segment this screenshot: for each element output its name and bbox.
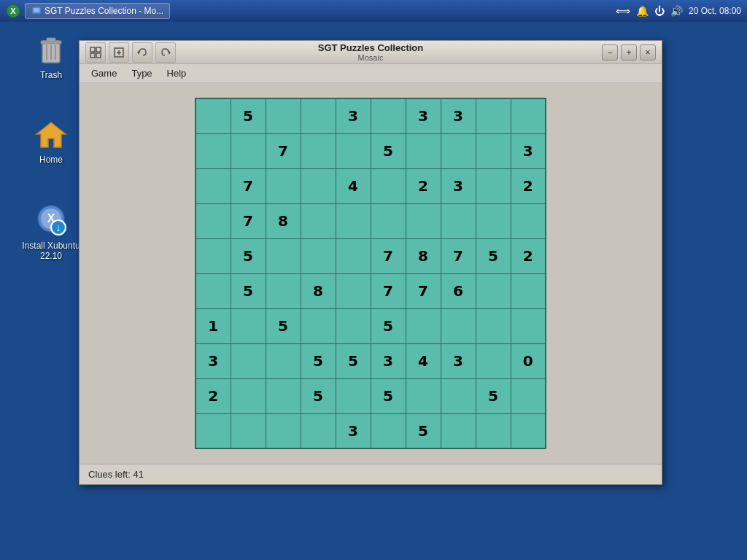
grid-cell[interactable]	[511, 98, 546, 133]
menu-game[interactable]: Game	[85, 66, 123, 81]
grid-cell[interactable]: 5	[266, 308, 301, 343]
power-icon[interactable]: ⏻	[654, 5, 665, 17]
maximize-button[interactable]: +	[621, 44, 637, 61]
grid-cell[interactable]: 5	[301, 343, 336, 378]
grid-cell[interactable]	[266, 168, 301, 203]
grid-cell[interactable]: 0	[511, 343, 546, 378]
grid-cell[interactable]: 7	[266, 133, 301, 168]
grid-cell[interactable]	[336, 308, 371, 343]
grid-cell[interactable]	[231, 308, 266, 343]
grid-cell[interactable]	[196, 413, 231, 448]
grid-cell[interactable]	[441, 413, 476, 448]
grid-cell[interactable]	[301, 413, 336, 448]
grid-cell[interactable]	[266, 238, 301, 273]
grid-cell[interactable]: 7	[231, 203, 266, 238]
grid-cell[interactable]	[231, 133, 266, 168]
grid-cell[interactable]	[476, 98, 511, 133]
grid-cell[interactable]	[231, 378, 266, 413]
grid-cell[interactable]: 3	[371, 343, 406, 378]
grid-cell[interactable]	[301, 168, 336, 203]
grid-cell[interactable]: 3	[441, 343, 476, 378]
grid-cell[interactable]: 2	[196, 378, 231, 413]
install-icon[interactable]: X ↓ Install Xubuntu22.10	[22, 203, 80, 261]
grid-cell[interactable]	[476, 133, 511, 168]
grid-cell[interactable]: 7	[441, 238, 476, 273]
grid-cell[interactable]	[196, 203, 231, 238]
grid-cell[interactable]: 2	[511, 238, 546, 273]
grid-cell[interactable]	[266, 413, 301, 448]
grid-cell[interactable]: 5	[371, 378, 406, 413]
grid-cell[interactable]: 7	[231, 168, 266, 203]
puzzle-grid[interactable]: 5333753742327857875258776155355343025553…	[195, 98, 546, 449]
grid-cell[interactable]	[476, 308, 511, 343]
grid-cell[interactable]: 3	[441, 98, 476, 133]
grid-cell[interactable]: 8	[266, 203, 301, 238]
grid-cell[interactable]	[196, 133, 231, 168]
grid-cell[interactable]	[301, 238, 336, 273]
grid-cell[interactable]: 5	[231, 238, 266, 273]
grid-cell[interactable]	[266, 98, 301, 133]
grid-cell[interactable]: 4	[406, 343, 441, 378]
grid-cell[interactable]	[266, 378, 301, 413]
grid-cell[interactable]	[266, 273, 301, 308]
xubuntu-logo-icon[interactable]: X	[6, 4, 20, 18]
grid-cell[interactable]	[476, 168, 511, 203]
menu-help[interactable]: Help	[161, 66, 193, 81]
grid-cell[interactable]: 5	[371, 308, 406, 343]
grid-cell[interactable]: 2	[511, 168, 546, 203]
grid-cell[interactable]: 7	[406, 273, 441, 308]
toolbar-btn-grid[interactable]	[85, 42, 106, 63]
grid-cell[interactable]	[301, 133, 336, 168]
minimize-button[interactable]: −	[602, 44, 618, 61]
grid-cell[interactable]: 3	[196, 343, 231, 378]
grid-cell[interactable]	[511, 308, 546, 343]
grid-cell[interactable]	[511, 273, 546, 308]
grid-cell[interactable]: 5	[231, 273, 266, 308]
grid-cell[interactable]	[336, 238, 371, 273]
grid-cell[interactable]	[476, 273, 511, 308]
grid-cell[interactable]: 5	[336, 343, 371, 378]
grid-cell[interactable]	[441, 308, 476, 343]
grid-cell[interactable]: 8	[406, 238, 441, 273]
grid-cell[interactable]	[511, 378, 546, 413]
grid-cell[interactable]	[196, 168, 231, 203]
grid-cell[interactable]: 5	[406, 413, 441, 448]
grid-cell[interactable]: 7	[371, 238, 406, 273]
grid-cell[interactable]	[231, 413, 266, 448]
grid-cell[interactable]	[336, 133, 371, 168]
grid-cell[interactable]: 3	[336, 413, 371, 448]
grid-cell[interactable]	[336, 378, 371, 413]
notification-icon[interactable]: 🔔	[636, 5, 649, 17]
grid-cell[interactable]	[406, 203, 441, 238]
grid-cell[interactable]	[511, 413, 546, 448]
toolbar-btn-undo[interactable]	[132, 42, 152, 63]
grid-cell[interactable]: 1	[196, 308, 231, 343]
grid-cell[interactable]: 6	[441, 273, 476, 308]
volume-icon[interactable]: 🔊	[670, 5, 683, 17]
grid-cell[interactable]	[196, 273, 231, 308]
grid-cell[interactable]	[196, 98, 231, 133]
grid-cell[interactable]	[371, 98, 406, 133]
grid-cell[interactable]: 2	[406, 168, 441, 203]
grid-cell[interactable]	[476, 413, 511, 448]
close-button[interactable]: ×	[640, 44, 656, 61]
grid-cell[interactable]	[441, 378, 476, 413]
grid-cell[interactable]	[371, 168, 406, 203]
grid-cell[interactable]: 5	[476, 238, 511, 273]
grid-cell[interactable]	[406, 378, 441, 413]
grid-cell[interactable]	[441, 133, 476, 168]
grid-cell[interactable]	[301, 203, 336, 238]
menu-type[interactable]: Type	[125, 66, 158, 81]
grid-cell[interactable]	[476, 343, 511, 378]
grid-cell[interactable]: 4	[336, 168, 371, 203]
taskbar-app-button[interactable]: SGT Puzzles Collection - Mo...	[25, 3, 170, 19]
grid-cell[interactable]: 3	[511, 133, 546, 168]
home-icon[interactable]: Home	[22, 117, 80, 165]
grid-cell[interactable]	[196, 238, 231, 273]
grid-cell[interactable]: 5	[301, 378, 336, 413]
grid-cell[interactable]	[301, 308, 336, 343]
grid-cell[interactable]: 5	[371, 133, 406, 168]
grid-cell[interactable]: 5	[476, 378, 511, 413]
grid-cell[interactable]	[511, 203, 546, 238]
grid-cell[interactable]	[266, 343, 301, 378]
